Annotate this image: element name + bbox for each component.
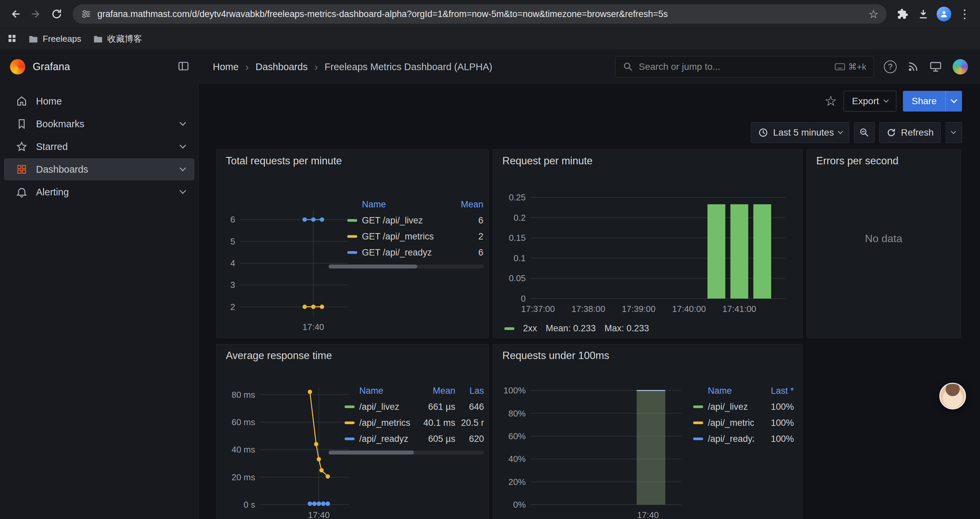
extensions-icon (897, 8, 908, 20)
sidebar-item-starred[interactable]: Starred (4, 136, 194, 158)
bookmark-item-freeleaps[interactable]: Freeleaps (28, 34, 81, 44)
profile-button[interactable] (935, 5, 953, 23)
svg-text:3: 3 (231, 280, 235, 290)
grafana-logo[interactable] (10, 59, 25, 75)
legend-row[interactable]: /api/_readyz605 µs620 (345, 431, 484, 447)
svg-text:40 ms: 40 ms (231, 444, 255, 455)
browser-menu-button[interactable]: ⋮ (955, 5, 974, 23)
dashboards-icon (16, 164, 27, 175)
monitor-icon[interactable] (929, 61, 942, 72)
sidebar-toggle-button[interactable] (177, 60, 189, 73)
refresh-button[interactable]: Refresh (879, 122, 941, 143)
export-button[interactable]: Export (843, 91, 896, 112)
legend-row[interactable]: GET /api/_metrics2 (347, 228, 483, 244)
legend-table[interactable]: NameLast */api/_livez100%/api/_metrics10… (693, 383, 794, 447)
breadcrumb-current: Freeleaps Metrics Dashboard (ALPHA) (325, 61, 492, 72)
panel-title[interactable]: Request per minute (493, 150, 802, 167)
search-icon (623, 61, 633, 72)
sidebar-item-bookmarks[interactable]: Bookmarks (4, 113, 194, 135)
breadcrumb-dashboards[interactable]: Dashboards (256, 61, 307, 72)
panel-total-requests: Total requests per minute 2345617:40 Nam… (216, 149, 488, 338)
series-name[interactable]: 2xx (523, 323, 537, 334)
bookmark-label: 收藏博客 (107, 33, 142, 45)
extensions-button[interactable] (893, 5, 912, 23)
requests-under-100ms-chart: 0%20%40%60%80%100%17:40 (498, 378, 692, 519)
help-icon[interactable]: ? (884, 61, 897, 73)
no-data-message: No data (807, 232, 960, 245)
legend-row[interactable]: GET /api/_livez6 (347, 212, 483, 228)
legend-table[interactable]: NameMeanLas/api/_livez661 µs646/api/_met… (345, 383, 484, 447)
back-button[interactable] (6, 5, 25, 23)
forward-button[interactable] (27, 5, 45, 23)
chevron-down-icon (951, 129, 956, 134)
series-legend[interactable]: 2xx Mean: 0.233 Max: 0.233 (504, 323, 649, 334)
bookmark-label: Freeleaps (43, 34, 81, 44)
export-label: Export (852, 96, 879, 107)
bookmark-item-blog[interactable]: 收藏博客 (93, 33, 142, 45)
svg-text:60%: 60% (508, 431, 526, 441)
apps-grid-icon[interactable] (7, 34, 17, 45)
time-controls: Last 5 minutes Refresh (751, 122, 962, 143)
svg-text:20%: 20% (508, 477, 526, 487)
zoom-out-button[interactable] (854, 122, 875, 143)
legend-header-row: NameMean (347, 196, 483, 212)
time-range-picker[interactable]: Last 5 minutes (751, 122, 849, 143)
chevron-down-icon (180, 187, 186, 194)
url-text[interactable]: grafana.mathmast.com/d/deytv4rwavabkb/fr… (97, 9, 862, 19)
sidebar-item-label: Alerting (36, 187, 69, 198)
panel-average-response-time: Average response time 80 ms60 ms40 ms20 … (216, 344, 488, 519)
breadcrumb-home[interactable]: Home (213, 61, 239, 72)
legend-row[interactable]: GET /api/_readyz6 (347, 244, 483, 260)
url-bar[interactable]: grafana.mathmast.com/d/deytv4rwavabkb/fr… (73, 4, 886, 24)
svg-text:0.15: 0.15 (509, 233, 526, 243)
panel-title[interactable]: Average response time (216, 344, 488, 362)
legend-table[interactable]: NameMeanGET /api/_livez6GET /api/_metric… (347, 196, 483, 260)
sidebar-item-label: Dashboards (36, 164, 88, 175)
user-avatar[interactable] (953, 59, 968, 75)
search-input[interactable]: Search or jump to... ⌘+k (615, 56, 874, 77)
legend-row[interactable]: /api/_metrics40.1 ms20.5 r (345, 415, 484, 431)
sidebar-item-alerting[interactable]: Alerting (4, 181, 194, 203)
legend-row[interactable]: /api/_readyz100% (693, 431, 794, 447)
folder-icon (93, 34, 103, 44)
clock-icon (758, 127, 768, 138)
share-menu-button[interactable] (945, 91, 962, 112)
svg-text:20 ms: 20 ms (231, 472, 255, 482)
scrollbar-thumb[interactable] (329, 450, 414, 455)
bookmarks-bar: Freeleaps 收藏博客 (0, 28, 980, 50)
panel-left-icon (177, 60, 189, 72)
share-button[interactable]: Share (903, 91, 945, 112)
panel-title[interactable]: Total requests per minute (216, 150, 488, 167)
panel-request-per-minute: Request per minute 00.050.10.150.20.2517… (493, 149, 803, 338)
svg-text:0 s: 0 s (243, 500, 255, 509)
dashboard-canvas: ☆ Export Share Last 5 minutes (199, 84, 980, 519)
svg-text:60 ms: 60 ms (231, 417, 255, 427)
downloads-button[interactable] (914, 5, 932, 23)
favorite-star-icon[interactable]: ☆ (824, 94, 837, 108)
brand-zone: Grafana (0, 59, 199, 75)
sidebar-item-home[interactable]: Home (4, 90, 194, 112)
sidebar-item-dashboards[interactable]: Dashboards (4, 158, 194, 180)
svg-text:0.05: 0.05 (509, 273, 526, 283)
legend-row[interactable]: /api/_livez100% (693, 399, 794, 415)
back-icon (10, 8, 21, 20)
svg-text:2: 2 (231, 302, 235, 312)
legend-scrollbar[interactable] (329, 450, 484, 455)
profile-avatar (937, 7, 951, 21)
reload-button[interactable] (48, 5, 66, 23)
legend-row[interactable]: /api/_metrics100% (693, 415, 794, 431)
scrollbar-thumb[interactable] (329, 265, 417, 268)
share-label: Share (912, 96, 937, 107)
svg-text:17:40:00: 17:40:00 (672, 304, 706, 314)
chevron-down-icon (884, 97, 889, 102)
floating-assistant-avatar[interactable] (939, 383, 966, 409)
refresh-interval-button[interactable] (945, 122, 962, 143)
panel-title[interactable]: Requests under 100ms (493, 344, 802, 362)
rss-icon[interactable] (907, 61, 919, 72)
chevron-down-icon (180, 142, 186, 149)
bookmark-star-icon[interactable]: ☆ (869, 8, 878, 20)
legend-scrollbar[interactable] (329, 265, 484, 268)
legend-row[interactable]: /api/_livez661 µs646 (345, 399, 484, 415)
chevron-down-icon (180, 119, 186, 126)
panel-title[interactable]: Errors per second (807, 150, 960, 167)
